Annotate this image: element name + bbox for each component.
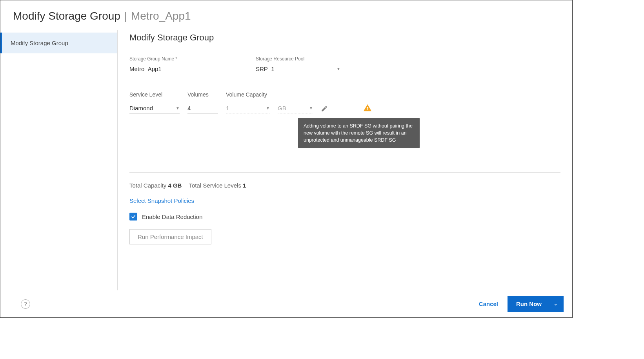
select-snapshot-policies-link[interactable]: Select Snapshot Policies: [129, 197, 194, 204]
volume-columns-header: Service Level Volumes Volume Capacity: [129, 91, 560, 98]
context-name: Metro_App1: [131, 10, 191, 22]
main-panel: Modify Storage Group Storage Group Name …: [117, 30, 572, 292]
cancel-button[interactable]: Cancel: [479, 301, 498, 307]
volume-row: Diamond ▼ 1 ▼ GB ▼ Adding volume to a: [129, 103, 560, 113]
volume-capacity-value: 1: [226, 105, 229, 111]
dialog-footer: ? Cancel Run Now ⌄: [0, 290, 572, 317]
modify-storage-group-dialog: Modify Storage Group | Metro_App1 Modify…: [0, 0, 573, 318]
run-performance-impact-button[interactable]: Run Performance Impact: [129, 229, 211, 244]
wizard-sidebar: Modify Storage Group: [0, 30, 117, 292]
chevron-down-icon: ▼: [176, 106, 180, 110]
field-storage-resource-pool: Storage Resource Pool SRP_1 ▼: [256, 56, 340, 74]
dialog-body: Modify Storage Group Modify Storage Grou…: [0, 30, 572, 292]
sg-name-input[interactable]: [129, 64, 246, 74]
total-capacity-label: Total Capacity: [129, 182, 168, 189]
warning-icon[interactable]: Adding volume to an SRDF SG without pair…: [363, 104, 372, 113]
footer-actions: Cancel Run Now ⌄: [479, 296, 564, 312]
chevron-down-icon: ▼: [337, 67, 340, 71]
sidebar-item-label: Modify Storage Group: [11, 40, 68, 46]
run-now-label: Run Now: [516, 301, 542, 307]
srp-value: SRP_1: [256, 66, 275, 72]
form-row-identity: Storage Group Name * Storage Resource Po…: [129, 56, 560, 74]
run-now-button[interactable]: Run Now ⌄: [508, 296, 564, 312]
dialog-header: Modify Storage Group | Metro_App1: [0, 0, 572, 30]
field-storage-group-name: Storage Group Name *: [129, 56, 246, 74]
divider: [129, 172, 560, 173]
chevron-down-icon: ▼: [266, 106, 270, 110]
capacity-unit-value: GB: [278, 105, 286, 111]
section-title: Modify Storage Group: [129, 30, 560, 43]
srp-label: Storage Resource Pool: [256, 56, 340, 62]
srp-select[interactable]: SRP_1 ▼: [256, 64, 340, 74]
volume-capacity-select[interactable]: 1 ▼: [226, 103, 270, 113]
enable-data-reduction-label: Enable Data Reduction: [142, 213, 202, 220]
enable-data-reduction-checkbox[interactable]: [129, 213, 137, 221]
chevron-down-icon: ⌄: [549, 301, 557, 306]
help-icon[interactable]: ?: [21, 299, 30, 309]
warning-tooltip: Adding volume to an SRDF SG without pair…: [298, 118, 420, 148]
service-level-select[interactable]: Diamond ▼: [129, 103, 180, 113]
sg-name-label: Storage Group Name *: [129, 56, 246, 62]
totals-row: Total Capacity 4 GB Total Service Levels…: [129, 182, 560, 189]
enable-data-reduction-row: Enable Data Reduction: [129, 213, 560, 221]
total-service-levels-value: 1: [243, 182, 246, 189]
title-divider: |: [124, 10, 127, 22]
chevron-down-icon: ▼: [309, 106, 313, 110]
col-service-level: Service Level: [129, 91, 180, 98]
total-capacity-value: 4 GB: [168, 182, 182, 189]
page-title: Modify Storage Group: [13, 10, 120, 22]
sidebar-item-modify-storage-group[interactable]: Modify Storage Group: [0, 33, 117, 53]
volumes-input[interactable]: [187, 103, 218, 113]
edit-icon[interactable]: [321, 105, 328, 113]
capacity-unit-select[interactable]: GB ▼: [278, 103, 313, 113]
total-service-levels-label: Total Service Levels: [189, 182, 243, 189]
col-volume-capacity: Volume Capacity: [226, 91, 267, 98]
service-level-value: Diamond: [129, 105, 153, 111]
col-volumes: Volumes: [187, 91, 218, 98]
